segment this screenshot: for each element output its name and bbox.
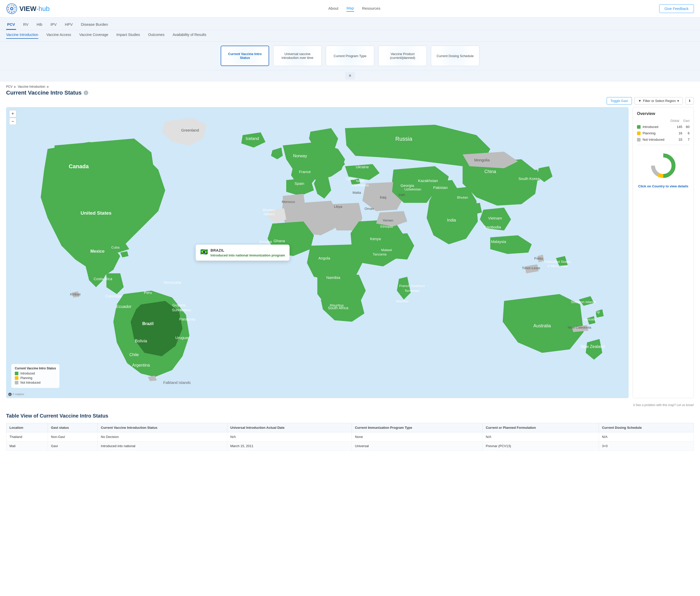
cell-intro-status-0: No Decision — [98, 432, 227, 441]
toggle-gavi-button[interactable]: Toggle Gavi — [607, 97, 632, 105]
view-card-current-intro[interactable]: Current Vaccine Intro Status — [221, 46, 269, 66]
vaccine-tab-disease-burden[interactable]: Disease Burden — [80, 20, 109, 30]
svg-text:Palau: Palau — [534, 256, 543, 260]
col-location: Location — [6, 423, 48, 432]
sub-tab-availability[interactable]: Availability of Results — [173, 33, 206, 39]
vaccine-tab-rv[interactable]: RV — [22, 20, 30, 30]
svg-point-8 — [8, 9, 9, 10]
vaccine-tabs: PCV RV Hib IPV HPV Disease Burden — [0, 18, 700, 30]
vaccine-tab-hpv[interactable]: HPV — [64, 20, 74, 30]
legend-title: Current Vaccine Intro Status — [15, 367, 56, 370]
cell-formulation-1: Prevnar (PCV13) — [483, 441, 599, 450]
map-zoom-controls: + − — [9, 110, 16, 125]
svg-text:China: China — [484, 169, 496, 174]
overview-col-gavi: Gavi — [682, 119, 690, 124]
sub-tab-vaccine-introduction[interactable]: Vaccine Introduction — [6, 33, 38, 39]
download-icon: ⬇ — [688, 99, 691, 103]
svg-text:Canada: Canada — [69, 163, 89, 170]
nav-map[interactable]: Map — [346, 6, 354, 12]
svg-text:Peru: Peru — [144, 291, 152, 295]
svg-text:Colombia: Colombia — [105, 294, 122, 298]
info-icon[interactable]: i — [84, 90, 88, 95]
view-card-vaccine-product[interactable]: Vaccine Product (current/planned) — [378, 46, 427, 66]
vaccine-tab-pcv[interactable]: PCV — [6, 20, 16, 30]
svg-text:Pakistan: Pakistan — [433, 186, 448, 190]
brazil-status: Introduced into national immunization pr… — [210, 253, 285, 257]
nav-about[interactable]: About — [328, 6, 338, 11]
info-small-icon: ℹ — [633, 403, 635, 407]
cell-formulation-0: N/A — [483, 432, 599, 441]
cell-dosing-0: N/A — [599, 432, 694, 441]
vaccine-tab-hib[interactable]: Hib — [35, 20, 43, 30]
chevron-down-icon: ▾ — [677, 99, 679, 103]
legend-item-planning: Planning — [15, 376, 56, 380]
legend-not-introduced-color — [15, 381, 18, 384]
feedback-button[interactable]: Give Feedback — [659, 4, 694, 13]
mapbox-credit: © © mapbox — [8, 393, 24, 396]
svg-text:Uruguay: Uruguay — [175, 336, 190, 340]
view-card-program-type[interactable]: Current Program Type — [326, 46, 374, 66]
svg-text:Greenland: Greenland — [181, 128, 199, 132]
sub-tab-vaccine-access[interactable]: Vaccine Access — [46, 33, 71, 39]
sub-tabs: Vaccine Introduction Vaccine Access Vacc… — [0, 30, 700, 42]
svg-text:Iceland: Iceland — [246, 136, 259, 141]
ov-not-introduced-gavi: 7 — [682, 136, 690, 143]
view-card-dosing-schedule[interactable]: Current Dosing Schedule — [431, 46, 479, 66]
col-intro-status: Current Vaccine Introduction Status — [98, 423, 227, 432]
svg-text:Malaysia: Malaysia — [491, 240, 506, 244]
header: VIEW-hub About Map Resources Give Feedba… — [0, 0, 700, 18]
col-program-type: Current Immunization Program Type — [352, 423, 483, 432]
hamburger-button[interactable]: ≡ — [345, 72, 355, 80]
download-button[interactable]: ⬇ — [685, 97, 694, 105]
svg-text:Norway: Norway — [293, 153, 307, 158]
svg-point-3 — [15, 7, 16, 8]
click-hint: Click on Country to view details — [637, 184, 690, 188]
main-nav: About Map Resources — [328, 6, 380, 12]
svg-text:Chile: Chile — [129, 352, 139, 357]
svg-text:Mauritius: Mauritius — [396, 300, 409, 303]
svg-text:Namibia: Namibia — [326, 276, 340, 280]
overview-title: Overview — [637, 111, 690, 116]
map-container[interactable]: + − — [6, 107, 629, 398]
ov-planning-global: 16 — [669, 130, 682, 136]
nav-resources[interactable]: Resources — [362, 6, 381, 11]
overview-table: Global Gavi Introduced 145 60 Plannin — [637, 119, 690, 143]
svg-point-2 — [13, 5, 14, 6]
brazil-flag-icon: 🇧🇷 — [200, 248, 208, 255]
svg-text:Bhutan: Bhutan — [457, 196, 468, 199]
svg-text:France: France — [299, 170, 311, 174]
sub-tab-outcomes[interactable]: Outcomes — [148, 33, 165, 39]
sub-tab-vaccine-coverage[interactable]: Vaccine Coverage — [79, 33, 108, 39]
svg-text:Senegal: Senegal — [259, 240, 272, 244]
svg-text:Falkland Islands: Falkland Islands — [163, 381, 191, 385]
svg-text:Ukraine: Ukraine — [356, 165, 369, 169]
svg-text:Iran: Iran — [398, 193, 405, 197]
svg-text:Mongolia: Mongolia — [474, 158, 490, 162]
sub-tab-impact-studies[interactable]: Impact Studies — [116, 33, 140, 39]
vaccine-tab-ipv[interactable]: IPV — [49, 20, 58, 30]
map-problem-note: ℹ See a problem with this map? Let us kn… — [0, 402, 700, 409]
svg-text:Solomon Islands: Solomon Islands — [571, 300, 596, 304]
ov-not-introduced-dot — [637, 138, 641, 141]
col-intro-date: Universal Introduction Actual Date — [227, 423, 352, 432]
cell-program-type-1: Universal — [352, 441, 483, 450]
donut-chart-container — [637, 149, 690, 182]
donut-chart — [647, 149, 680, 182]
ov-introduced-dot — [637, 125, 641, 129]
overview-row-introduced: Introduced 145 60 — [637, 124, 690, 130]
col-dosing: Current Dosing Schedule — [599, 423, 694, 432]
cell-gavi-0: Non-Gavi — [48, 432, 98, 441]
svg-text:Yemen: Yemen — [383, 218, 393, 222]
svg-text:Mexico: Mexico — [90, 249, 104, 253]
brazil-popup: 🇧🇷 BRAZIL Introduced into national immun… — [196, 244, 290, 261]
ov-not-introduced-global: 33 — [669, 136, 682, 143]
zoom-in-button[interactable]: + — [9, 110, 16, 117]
cell-intro-date-0: N/A — [227, 432, 352, 441]
view-card-universal-intro[interactable]: Universal vaccine introduction over time — [273, 46, 322, 66]
logo: VIEW-hub — [6, 3, 50, 14]
legend-item-not-introduced: Not Introduced — [15, 381, 56, 384]
svg-text:Timor-Leste: Timor-Leste — [522, 266, 540, 270]
zoom-out-button[interactable]: − — [9, 118, 16, 125]
filter-region-button[interactable]: ▼ Filter or Select Region ▾ — [634, 97, 683, 105]
svg-text:Kazakhstan: Kazakhstan — [418, 179, 438, 183]
